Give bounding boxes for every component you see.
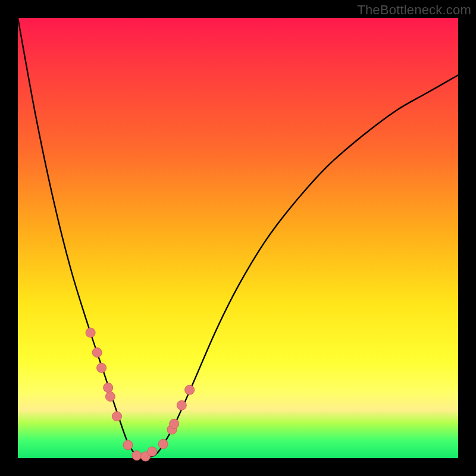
data-marker — [170, 419, 179, 428]
data-marker — [112, 412, 122, 421]
curve-svg — [18, 18, 458, 458]
chart-frame: TheBottleneck.com — [0, 0, 476, 476]
data-marker — [105, 392, 115, 401]
watermark-text: TheBottleneck.com — [357, 2, 471, 18]
data-marker — [185, 385, 195, 394]
data-marker — [92, 347, 102, 357]
data-marker — [104, 383, 113, 393]
data-marker — [123, 440, 133, 450]
data-marker — [158, 439, 168, 449]
data-marker — [86, 328, 95, 337]
data-markers — [86, 328, 195, 461]
data-marker — [148, 447, 157, 456]
plot-area — [18, 18, 458, 458]
data-marker — [97, 363, 107, 372]
data-marker — [132, 451, 142, 461]
bottleneck-curve — [18, 18, 458, 457]
data-marker — [177, 400, 186, 410]
